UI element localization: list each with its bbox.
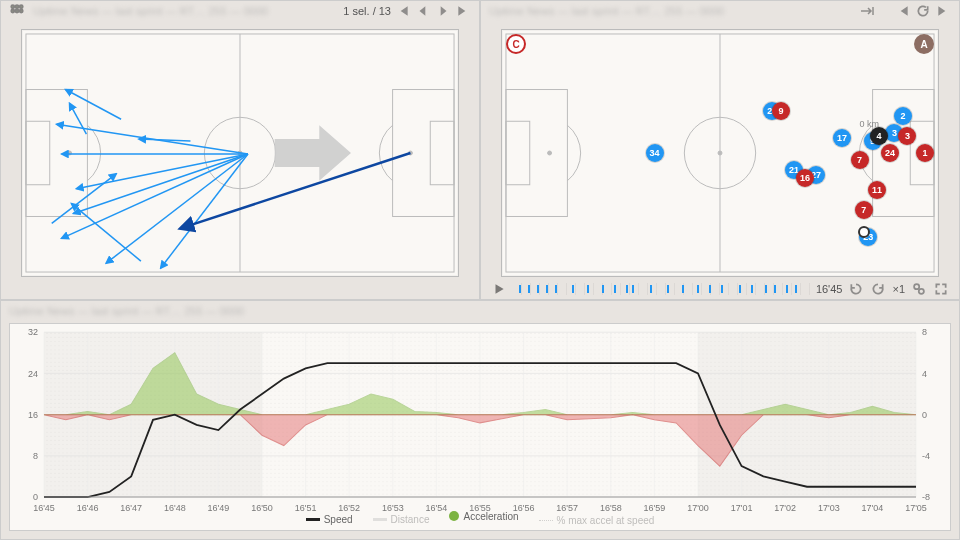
svg-line-25	[70, 103, 87, 134]
svg-text:-8: -8	[922, 492, 930, 502]
svg-point-40	[919, 289, 924, 294]
legend-item[interactable]: % max accel at speed	[539, 515, 655, 526]
svg-point-3	[11, 10, 14, 13]
grip-icon[interactable]	[9, 3, 25, 19]
play-icon[interactable]	[491, 281, 507, 297]
svg-text:-4: -4	[922, 451, 930, 461]
settings-icon[interactable]	[911, 281, 927, 297]
svg-rect-33	[506, 90, 567, 217]
player-dot[interactable]: 4	[870, 127, 888, 145]
playback-time: 16'45	[816, 283, 843, 295]
svg-text:8: 8	[922, 327, 927, 337]
chart-legend: SpeedDistanceAcceleration% max accel at …	[10, 511, 950, 527]
legend-item[interactable]: Speed	[306, 514, 353, 525]
speed-chart[interactable]: 08162432-8-404816'4516'4616'4716'4816'49…	[9, 323, 951, 531]
seek-end-icon[interactable]	[935, 3, 951, 19]
panel-header: Uptime News — last sprint — RT… 255 — 00…	[1, 301, 959, 321]
svg-text:32: 32	[28, 327, 38, 337]
svg-text:4: 4	[922, 368, 927, 378]
step-back-icon[interactable]	[848, 281, 864, 297]
svg-point-32	[718, 151, 722, 155]
svg-text:8: 8	[33, 451, 38, 461]
svg-rect-12	[393, 90, 454, 217]
pitch-positions-panel: Uptime News — last sprint — RT… 255 — 00…	[480, 0, 960, 300]
home-team-badge: C	[506, 34, 526, 54]
seek-to-end-icon[interactable]	[859, 3, 875, 19]
player-dot[interactable]: 1	[916, 144, 934, 162]
speed-chart-panel: Uptime News — last sprint — RT… 255 — 00…	[0, 300, 960, 540]
pitch-positions[interactable]: C A 0 km 342421271793223161172479314	[501, 29, 939, 277]
svg-text:0: 0	[33, 492, 38, 502]
player-dot[interactable]: 7	[855, 201, 873, 219]
svg-rect-13	[430, 121, 454, 184]
player-dot[interactable]: 7	[851, 151, 869, 169]
svg-point-1	[16, 5, 19, 8]
fullscreen-icon[interactable]	[933, 281, 949, 297]
svg-point-0	[11, 5, 14, 8]
panel-title: Uptime News — last sprint — RT… 255 — 00…	[9, 305, 244, 317]
legend-item[interactable]: Acceleration	[449, 511, 518, 522]
seek-end-icon[interactable]	[455, 3, 471, 19]
legend-item[interactable]: Distance	[373, 514, 430, 525]
svg-point-5	[20, 10, 23, 13]
svg-line-27	[72, 204, 141, 262]
player-dot[interactable]: 9	[772, 102, 790, 120]
away-team-badge: A	[914, 34, 934, 54]
svg-line-23	[66, 90, 121, 120]
playback-bar: 16'45 ×1	[491, 279, 949, 299]
pitch-arrows-panel: Uptime News — last sprint — RT… 255 — 00…	[0, 0, 480, 300]
pitch-arrows[interactable]	[21, 29, 459, 277]
selection-count: 1 sel. / 13	[343, 5, 391, 17]
step-fwd-icon[interactable]	[870, 281, 886, 297]
reload-icon[interactable]	[915, 3, 931, 19]
player-dot[interactable]: 16	[796, 169, 814, 187]
svg-line-24	[139, 139, 191, 141]
svg-text:16: 16	[28, 410, 38, 420]
svg-rect-11	[26, 121, 50, 184]
ball-icon	[858, 226, 870, 238]
player-dot[interactable]: 3	[898, 127, 916, 145]
svg-rect-34	[506, 121, 530, 184]
player-dot[interactable]: 24	[881, 144, 899, 162]
playback-speed[interactable]: ×1	[892, 283, 905, 295]
player-dot[interactable]: 11	[868, 181, 886, 199]
svg-point-4	[16, 10, 19, 13]
svg-text:24: 24	[28, 368, 38, 378]
seek-start-icon[interactable]	[895, 3, 911, 19]
player-dot[interactable]: 2	[894, 107, 912, 125]
player-dot[interactable]: 17	[833, 129, 851, 147]
svg-point-37	[548, 151, 552, 155]
seek-start-icon[interactable]	[395, 3, 411, 19]
player-dot[interactable]: 34	[646, 144, 664, 162]
svg-point-39	[914, 284, 919, 289]
prev-icon[interactable]	[415, 3, 431, 19]
panel-title: Uptime News — last sprint — RT… 255 — 00…	[489, 5, 724, 17]
svg-text:0: 0	[922, 410, 927, 420]
next-icon[interactable]	[435, 3, 451, 19]
svg-rect-10	[26, 90, 87, 217]
playback-timeline[interactable]	[513, 283, 810, 295]
svg-point-2	[20, 5, 23, 8]
panel-title: Uptime News — last sprint — RT… 255 — 00…	[33, 5, 268, 17]
panel-header: Uptime News — last sprint — RT… 255 — 00…	[481, 1, 959, 21]
panel-header: Uptime News — last sprint — RT… 255 — 00…	[1, 1, 479, 21]
